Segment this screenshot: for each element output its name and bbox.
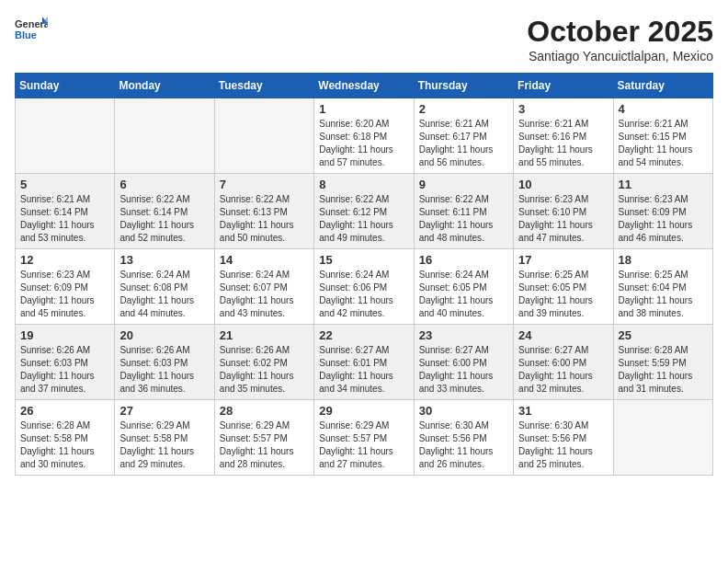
day-info: Sunrise: 6:29 AM Sunset: 5:57 PM Dayligh… bbox=[220, 419, 309, 471]
calendar-day-cell: 13Sunrise: 6:24 AM Sunset: 6:08 PM Dayli… bbox=[115, 249, 214, 325]
day-info: Sunrise: 6:24 AM Sunset: 6:07 PM Dayligh… bbox=[220, 269, 309, 320]
calendar-day-cell: 20Sunrise: 6:26 AM Sunset: 6:03 PM Dayli… bbox=[115, 325, 214, 400]
day-number: 2 bbox=[419, 102, 508, 116]
calendar-day-cell: 2Sunrise: 6:21 AM Sunset: 6:17 PM Daylig… bbox=[414, 98, 513, 174]
calendar-day-cell: 11Sunrise: 6:23 AM Sunset: 6:09 PM Dayli… bbox=[613, 174, 712, 249]
day-number: 10 bbox=[518, 178, 608, 191]
day-info: Sunrise: 6:22 AM Sunset: 6:13 PM Dayligh… bbox=[220, 193, 309, 245]
calendar-day-cell: 10Sunrise: 6:23 AM Sunset: 6:10 PM Dayli… bbox=[514, 174, 613, 249]
page-header: General Blue October 2025 Santiago Yancu… bbox=[15, 15, 713, 63]
calendar-day-cell: 9Sunrise: 6:22 AM Sunset: 6:11 PM Daylig… bbox=[414, 174, 513, 249]
day-number: 23 bbox=[419, 328, 508, 342]
day-number: 11 bbox=[619, 178, 708, 191]
day-info: Sunrise: 6:24 AM Sunset: 6:06 PM Dayligh… bbox=[319, 269, 408, 320]
day-info: Sunrise: 6:22 AM Sunset: 6:14 PM Dayligh… bbox=[119, 193, 209, 245]
day-number: 16 bbox=[419, 253, 508, 267]
day-number: 15 bbox=[319, 253, 408, 267]
calendar-day-cell: 8Sunrise: 6:22 AM Sunset: 6:12 PM Daylig… bbox=[314, 174, 414, 249]
calendar-day-cell: 14Sunrise: 6:24 AM Sunset: 6:07 PM Dayli… bbox=[214, 249, 313, 325]
calendar-day-cell: 7Sunrise: 6:22 AM Sunset: 6:13 PM Daylig… bbox=[214, 174, 313, 249]
calendar-day-cell: 12Sunrise: 6:23 AM Sunset: 6:09 PM Dayli… bbox=[16, 249, 115, 325]
calendar-day-cell: 19Sunrise: 6:26 AM Sunset: 6:03 PM Dayli… bbox=[16, 325, 115, 400]
day-number: 12 bbox=[20, 253, 109, 267]
svg-text:Blue: Blue bbox=[15, 29, 37, 40]
logo: General Blue bbox=[15, 15, 51, 42]
calendar-day-cell: 3Sunrise: 6:21 AM Sunset: 6:16 PM Daylig… bbox=[514, 98, 613, 174]
calendar-day-cell: 28Sunrise: 6:29 AM Sunset: 5:57 PM Dayli… bbox=[214, 400, 313, 476]
day-info: Sunrise: 6:30 AM Sunset: 5:56 PM Dayligh… bbox=[419, 419, 508, 471]
day-number: 28 bbox=[220, 404, 309, 418]
day-info: Sunrise: 6:28 AM Sunset: 5:58 PM Dayligh… bbox=[20, 419, 109, 471]
day-info: Sunrise: 6:20 AM Sunset: 6:18 PM Dayligh… bbox=[319, 118, 408, 169]
day-info: Sunrise: 6:29 AM Sunset: 5:57 PM Dayligh… bbox=[319, 419, 408, 471]
calendar-week-row: 1Sunrise: 6:20 AM Sunset: 6:18 PM Daylig… bbox=[16, 98, 713, 174]
calendar-day-cell: 22Sunrise: 6:27 AM Sunset: 6:01 PM Dayli… bbox=[314, 325, 414, 400]
weekday-header-row: SundayMondayTuesdayWednesdayThursdayFrid… bbox=[16, 74, 713, 98]
day-number: 24 bbox=[518, 328, 608, 342]
day-info: Sunrise: 6:21 AM Sunset: 6:17 PM Dayligh… bbox=[419, 118, 508, 169]
day-info: Sunrise: 6:24 AM Sunset: 6:08 PM Dayligh… bbox=[119, 269, 209, 320]
day-number: 26 bbox=[20, 404, 109, 418]
calendar-day-cell: 30Sunrise: 6:30 AM Sunset: 5:56 PM Dayli… bbox=[414, 400, 513, 476]
calendar-day-cell: 1Sunrise: 6:20 AM Sunset: 6:18 PM Daylig… bbox=[314, 98, 414, 174]
day-number: 9 bbox=[419, 178, 508, 191]
calendar-day-cell: 26Sunrise: 6:28 AM Sunset: 5:58 PM Dayli… bbox=[16, 400, 115, 476]
calendar-week-row: 19Sunrise: 6:26 AM Sunset: 6:03 PM Dayli… bbox=[16, 325, 713, 400]
location: Santiago Yancuictlalpan, Mexico bbox=[527, 49, 713, 63]
calendar-day-cell bbox=[16, 98, 115, 174]
day-info: Sunrise: 6:21 AM Sunset: 6:14 PM Dayligh… bbox=[20, 193, 109, 245]
calendar-day-cell: 4Sunrise: 6:21 AM Sunset: 6:15 PM Daylig… bbox=[613, 98, 712, 174]
weekday-header-sunday: Sunday bbox=[16, 74, 115, 98]
day-number: 18 bbox=[619, 253, 708, 267]
day-info: Sunrise: 6:28 AM Sunset: 5:59 PM Dayligh… bbox=[619, 344, 708, 396]
calendar-day-cell: 31Sunrise: 6:30 AM Sunset: 5:56 PM Dayli… bbox=[514, 400, 613, 476]
day-number: 1 bbox=[319, 102, 408, 116]
day-info: Sunrise: 6:23 AM Sunset: 6:09 PM Dayligh… bbox=[20, 269, 109, 320]
day-info: Sunrise: 6:25 AM Sunset: 6:05 PM Dayligh… bbox=[518, 269, 608, 320]
day-number: 19 bbox=[20, 328, 109, 342]
calendar-day-cell: 15Sunrise: 6:24 AM Sunset: 6:06 PM Dayli… bbox=[314, 249, 414, 325]
calendar-day-cell: 25Sunrise: 6:28 AM Sunset: 5:59 PM Dayli… bbox=[613, 325, 712, 400]
month-title: October 2025 bbox=[527, 15, 713, 49]
title-area: October 2025 Santiago Yancuictlalpan, Me… bbox=[527, 15, 713, 63]
weekday-header-tuesday: Tuesday bbox=[214, 74, 313, 98]
calendar-table: SundayMondayTuesdayWednesdayThursdayFrid… bbox=[15, 73, 713, 476]
weekday-header-friday: Friday bbox=[514, 74, 613, 98]
calendar-day-cell: 24Sunrise: 6:27 AM Sunset: 6:00 PM Dayli… bbox=[514, 325, 613, 400]
weekday-header-wednesday: Wednesday bbox=[314, 74, 414, 98]
calendar-day-cell bbox=[613, 400, 712, 476]
day-info: Sunrise: 6:26 AM Sunset: 6:03 PM Dayligh… bbox=[119, 344, 209, 396]
calendar-week-row: 12Sunrise: 6:23 AM Sunset: 6:09 PM Dayli… bbox=[16, 249, 713, 325]
day-info: Sunrise: 6:26 AM Sunset: 6:02 PM Dayligh… bbox=[220, 344, 309, 396]
day-number: 7 bbox=[220, 178, 309, 191]
day-number: 17 bbox=[518, 253, 608, 267]
day-number: 4 bbox=[619, 102, 708, 116]
day-info: Sunrise: 6:23 AM Sunset: 6:09 PM Dayligh… bbox=[619, 193, 708, 245]
day-number: 27 bbox=[119, 404, 209, 418]
calendar-day-cell: 27Sunrise: 6:29 AM Sunset: 5:58 PM Dayli… bbox=[115, 400, 214, 476]
day-number: 13 bbox=[119, 253, 209, 267]
day-info: Sunrise: 6:25 AM Sunset: 6:04 PM Dayligh… bbox=[619, 269, 708, 320]
calendar-day-cell: 5Sunrise: 6:21 AM Sunset: 6:14 PM Daylig… bbox=[16, 174, 115, 249]
day-number: 5 bbox=[20, 178, 109, 191]
day-info: Sunrise: 6:23 AM Sunset: 6:10 PM Dayligh… bbox=[518, 193, 608, 245]
day-info: Sunrise: 6:22 AM Sunset: 6:12 PM Dayligh… bbox=[319, 193, 408, 245]
day-number: 8 bbox=[319, 178, 408, 191]
day-number: 20 bbox=[119, 328, 209, 342]
day-number: 6 bbox=[119, 178, 209, 191]
logo-icon: General Blue bbox=[15, 15, 48, 42]
day-info: Sunrise: 6:22 AM Sunset: 6:11 PM Dayligh… bbox=[419, 193, 508, 245]
calendar-day-cell bbox=[214, 98, 313, 174]
day-number: 3 bbox=[518, 102, 608, 116]
weekday-header-monday: Monday bbox=[115, 74, 214, 98]
day-number: 29 bbox=[319, 404, 408, 418]
day-info: Sunrise: 6:24 AM Sunset: 6:05 PM Dayligh… bbox=[419, 269, 508, 320]
day-info: Sunrise: 6:29 AM Sunset: 5:58 PM Dayligh… bbox=[119, 419, 209, 471]
day-number: 30 bbox=[419, 404, 508, 418]
calendar-day-cell: 16Sunrise: 6:24 AM Sunset: 6:05 PM Dayli… bbox=[414, 249, 513, 325]
day-info: Sunrise: 6:26 AM Sunset: 6:03 PM Dayligh… bbox=[20, 344, 109, 396]
day-number: 25 bbox=[619, 328, 708, 342]
calendar-week-row: 26Sunrise: 6:28 AM Sunset: 5:58 PM Dayli… bbox=[16, 400, 713, 476]
day-info: Sunrise: 6:21 AM Sunset: 6:15 PM Dayligh… bbox=[619, 118, 708, 169]
day-info: Sunrise: 6:27 AM Sunset: 6:01 PM Dayligh… bbox=[319, 344, 408, 396]
